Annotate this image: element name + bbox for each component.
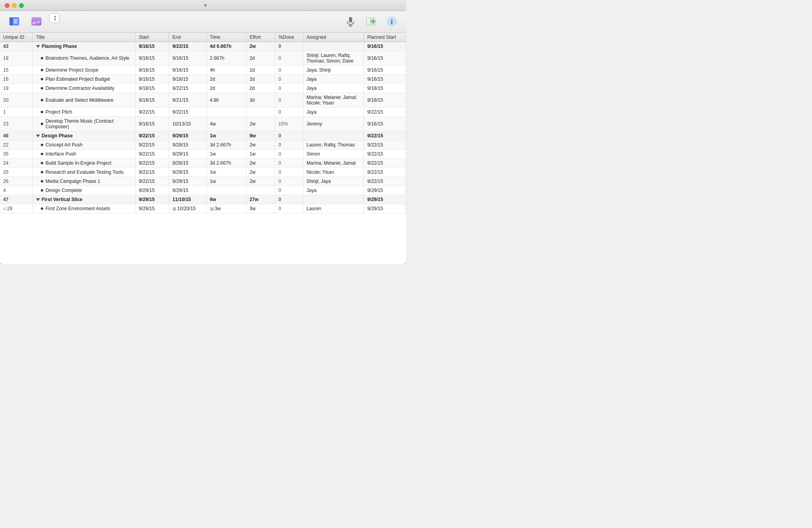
cell-start: 9/18/15 [135,84,169,93]
theme-icon [30,15,43,28]
cell-id: 26 [0,177,32,186]
table-row[interactable]: 25Research and Evaluate Testing Tools9/2… [0,168,406,177]
cell-start: 9/16/15 [135,66,169,75]
cell-effort: 2w [246,177,275,186]
cell-end: ▦10/20/15 [169,204,206,213]
cell-id: 23 [0,117,32,131]
zoom-input[interactable]: ▲ ▼ [49,13,59,23]
inspect-button[interactable] [382,13,401,30]
cell-time [206,186,246,195]
minimize-button[interactable] [12,3,17,8]
cell-effort: 2w [246,141,275,150]
cell-start: 9/22/15 [135,159,169,168]
table-row[interactable]: 16Plan Estimated Project Budget9/16/159/… [0,75,406,84]
table-row[interactable]: 46Design Phase9/22/159/29/151w9w09/22/15 [0,131,406,141]
header-effort[interactable]: Effort [246,33,275,42]
table-row[interactable]: 22Concept Art Push9/22/159/28/153d 2.667… [0,141,406,150]
header-title[interactable]: Title [32,33,135,42]
show-sidebar-icon [8,15,21,28]
cell-effort: 3w [246,204,275,213]
cell-pctdone: 0 [275,150,303,159]
cell-planned-start: 9/22/15 [364,108,406,117]
add-column-button[interactable] [362,13,381,30]
theme-button[interactable] [27,13,46,30]
cell-title: Interface Push [32,150,135,159]
cell-title: Determine Contractor Availability [32,84,135,93]
show-sidebar-button[interactable] [5,13,24,30]
cell-id: 43 [0,42,32,51]
table-row[interactable]: 1Project Pitch9/22/159/22/150Jaya9/22/15 [0,108,406,117]
cell-planned-start: 9/29/15 [364,186,406,195]
table-row[interactable]: 24Build Sample In-Engine Project9/22/159… [0,159,406,168]
svg-rect-9 [36,23,39,24]
cell-end: 9/22/15 [169,42,206,51]
cell-pctdone: 0 [275,93,303,108]
cell-effort [246,186,275,195]
cell-id: 4 [0,186,32,195]
svg-rect-8 [36,21,40,23]
bullet-icon [41,78,43,80]
header-planned-start[interactable]: Planned Start [364,33,406,42]
bullet-icon [41,87,43,89]
header-end[interactable]: End [169,33,206,42]
cell-effort: 2w [246,42,275,51]
cell-effort: 1d [246,66,275,75]
table-row[interactable]: 18Brainstorm Themes, Audience, Art Style… [0,51,406,66]
table-row[interactable]: 20Evaluate and Select Middleware9/18/159… [0,93,406,108]
header-assigned[interactable]: Assigned [303,33,364,42]
cell-start: 9/22/15 [135,141,169,150]
table-row[interactable]: 26Media Campaign Phase 19/22/159/29/151w… [0,177,406,186]
cell-planned-start: 9/22/15 [364,159,406,168]
cell-title: Plan Estimated Project Budget [32,75,135,84]
cell-time: ▦3w [206,204,246,213]
maximize-button[interactable] [19,3,24,8]
header-pctdone[interactable]: %Done [275,33,303,42]
traffic-lights [5,3,24,8]
cell-id: 46 [0,131,32,141]
cell-assigned: Jaya [303,84,364,93]
cell-assigned: Simon [303,150,364,159]
close-button[interactable] [5,3,10,8]
add-column-icon [365,15,377,28]
table-row[interactable]: 4Design Complete9/29/159/29/150Jaya9/29/… [0,186,406,195]
start-recording-button[interactable] [341,13,360,30]
cell-end: 10/13/15 [169,117,206,131]
table-row[interactable]: 47First Vertical Slice9/29/1511/10/156w2… [0,195,406,204]
cell-start: 9/22/15 [135,131,169,141]
cell-effort: 3d [246,93,275,108]
header-start[interactable]: Start [135,33,169,42]
cell-id: 1 [0,108,32,117]
cell-pctdone: 0 [275,75,303,84]
table-row[interactable]: ⊞28First Zone Environment Assets9/29/15▦… [0,204,406,213]
cell-title: First Vertical Slice [32,195,135,204]
cell-time: 3d 2.667h [206,141,246,150]
svg-rect-4 [13,23,17,23]
expand-icon[interactable] [36,45,40,48]
cell-time: 2.667h [206,51,246,66]
cell-title: Planning Phase [32,42,135,51]
cell-id: 18 [0,51,32,66]
header-time[interactable]: Time [206,33,246,42]
expand-icon[interactable] [36,198,40,201]
table-row[interactable]: 43Planning Phase9/16/159/22/154d 6.667h2… [0,42,406,51]
cell-id: 35 [0,150,32,159]
table-row[interactable]: 23Develop Theme Music (Contract Composer… [0,117,406,131]
microphone-icon [344,15,357,28]
cell-pctdone: 0 [275,195,303,204]
cell-pctdone: 0 [275,204,303,213]
cell-start: 9/22/15 [135,108,169,117]
cell-planned-start: 9/22/15 [364,150,406,159]
table-container[interactable]: Unique ID Title Start End Time Effort %D… [0,33,406,264]
zoom-stepper[interactable]: ▲ ▼ [53,15,57,21]
table-row[interactable]: 35Interface Push9/22/159/29/151w1w0Simon… [0,150,406,159]
cell-time: 2d [206,75,246,84]
header-unique-id[interactable]: Unique ID [0,33,32,42]
table-row[interactable]: 15Determine Project Scope9/16/159/16/154… [0,66,406,75]
svg-rect-19 [391,21,393,24]
expand-icon[interactable] [36,135,40,137]
cell-end: 9/29/15 [169,177,206,186]
cell-assigned: Shinji; Jaya [303,177,364,186]
cell-planned-start: 9/29/15 [364,204,406,213]
dropdown-arrow[interactable]: ▼ [204,3,208,8]
table-row[interactable]: 19Determine Contractor Availability9/18/… [0,84,406,93]
